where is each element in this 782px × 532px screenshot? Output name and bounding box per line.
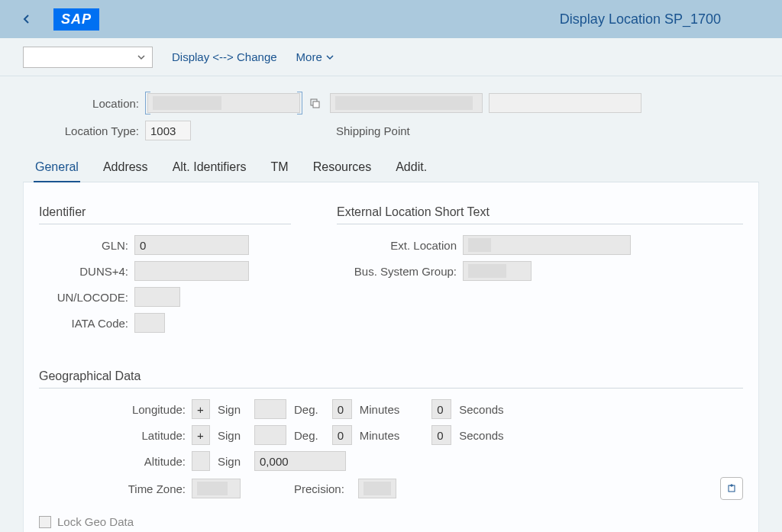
location-type-label: Location Type:	[23, 124, 145, 137]
tab-tm[interactable]: TM	[270, 156, 290, 182]
copy-icon[interactable]	[305, 94, 324, 112]
tab-resources[interactable]: Resources	[312, 156, 373, 182]
lock-geo-checkbox[interactable]	[39, 516, 51, 528]
shipping-point-label: Shipping Point	[336, 124, 410, 137]
duns-input[interactable]	[134, 261, 249, 281]
latitude-label: Latitude:	[39, 429, 192, 442]
latitude-sec-input[interactable]: 0	[431, 425, 451, 445]
tab-general[interactable]: General	[34, 156, 80, 182]
sec-label: Seconds	[459, 403, 503, 416]
logo: SAP	[53, 8, 99, 31]
sign-label2: Sign	[218, 429, 241, 442]
chevron-down-icon	[325, 53, 334, 62]
latitude-min-input[interactable]: 0	[332, 425, 352, 445]
deg-label: Deg.	[294, 403, 318, 416]
tab-bar: General Address Alt. Identifiers TM Reso…	[23, 147, 759, 182]
tab-content: Identifier GLN: 0 DUNS+4: UN/LOCODE: IAT…	[23, 182, 759, 532]
gln-input[interactable]: 0	[134, 235, 249, 255]
min-label: Minutes	[360, 403, 400, 416]
bus-system-input[interactable]	[463, 261, 532, 281]
iata-label: IATA Code:	[39, 317, 134, 330]
svg-rect-1	[313, 102, 319, 108]
sign-label3: Sign	[218, 455, 241, 468]
more-label: More	[296, 50, 322, 63]
location-input-wrapper	[145, 92, 302, 114]
altitude-label: Altitude:	[39, 455, 192, 468]
longitude-label: Longitude:	[39, 403, 192, 416]
deg-label2: Deg.	[294, 429, 318, 442]
location-input[interactable]	[147, 93, 300, 113]
min-label2: Minutes	[360, 429, 400, 442]
latitude-sign-input[interactable]: +	[192, 425, 210, 445]
longitude-deg-input[interactable]	[254, 399, 286, 419]
back-button[interactable]	[15, 8, 38, 31]
external-title: External Location Short Text	[337, 205, 743, 219]
geo-title: Geographical Data	[39, 369, 743, 383]
latitude-deg-input[interactable]	[254, 425, 286, 445]
page-title: Display Location SP_1700	[99, 11, 767, 27]
iata-input[interactable]	[134, 313, 165, 333]
timezone-label: Time Zone:	[39, 482, 192, 495]
app-header: SAP Display Location SP_1700	[0, 0, 782, 38]
display-change-button[interactable]: Display <--> Change	[172, 50, 277, 63]
ext-location-label: Ext. Location	[337, 239, 463, 252]
location-label: Location:	[23, 97, 145, 110]
object-dropdown[interactable]	[23, 47, 153, 68]
tab-address[interactable]: Address	[102, 156, 150, 182]
ext-location-input[interactable]	[463, 235, 631, 255]
logo-text: SAP	[53, 8, 99, 31]
expand-button[interactable]	[720, 477, 743, 500]
toolbar: Display <--> Change More	[0, 38, 782, 76]
identifier-section: Identifier GLN: 0 DUNS+4: UN/LOCODE: IAT…	[39, 205, 291, 339]
duns-label: DUNS+4:	[39, 265, 134, 278]
location-desc-input[interactable]	[330, 93, 483, 113]
location-desc2-input[interactable]	[489, 93, 641, 113]
unlocode-label: UN/LOCODE:	[39, 291, 134, 304]
altitude-sign-input[interactable]	[192, 451, 210, 471]
sec-label2: Seconds	[459, 429, 503, 442]
longitude-sec-input[interactable]: 0	[431, 399, 451, 419]
form-area: Location: Location Type: 1003 Shipping P…	[0, 76, 782, 532]
tab-addit[interactable]: Addit.	[394, 156, 428, 182]
more-button[interactable]: More	[296, 50, 334, 63]
external-section: External Location Short Text Ext. Locati…	[337, 205, 743, 339]
lock-geo-label: Lock Geo Data	[57, 515, 134, 528]
sign-label: Sign	[218, 403, 241, 416]
precision-label: Precision:	[294, 482, 344, 495]
tab-alt-identifiers[interactable]: Alt. Identifiers	[171, 156, 248, 182]
gln-label: GLN:	[39, 239, 134, 252]
longitude-min-input[interactable]: 0	[332, 399, 352, 419]
timezone-input[interactable]	[192, 479, 241, 498]
longitude-sign-input[interactable]: +	[192, 399, 210, 419]
bus-system-label: Bus. System Group:	[337, 265, 463, 278]
chevron-down-icon	[137, 53, 146, 62]
altitude-input[interactable]: 0,000	[254, 451, 346, 471]
location-type-input[interactable]: 1003	[145, 121, 191, 140]
unlocode-input[interactable]	[134, 287, 180, 307]
precision-input[interactable]	[358, 479, 396, 498]
identifier-title: Identifier	[39, 205, 291, 219]
geo-section: Geographical Data Longitude: + Sign Deg.…	[39, 369, 743, 528]
